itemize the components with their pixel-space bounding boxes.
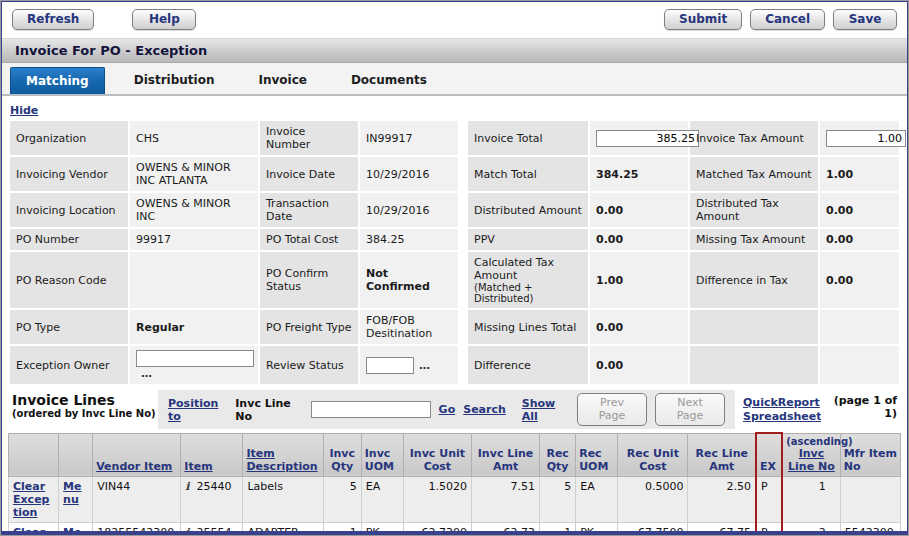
header-form-row: PO TypeRegularPO Freight TypeFOB/FOB Des…	[10, 310, 899, 344]
form-value-difference-in-tax: 0.00	[820, 252, 899, 308]
column-header-vendor-item[interactable]: Vendor Item	[93, 433, 181, 476]
invoice-lines-header: Invoice Lines (ordered by Invc Line No) …	[8, 390, 901, 429]
form-label-invoice-tax-amount: Invoice Tax Amount	[690, 121, 818, 155]
form-column-gap	[460, 193, 466, 227]
form-label-invoice-date: Invoice Date	[260, 157, 358, 191]
prev-page-button[interactable]: Prev Page	[577, 393, 647, 426]
cell-invc-qty: 5	[323, 476, 361, 522]
form-column-gap	[460, 252, 466, 308]
spreadsheet-link[interactable]: Spreadsheet	[743, 410, 821, 423]
cell-clear: Clear Exception	[9, 522, 59, 531]
form-label-difference: Difference	[468, 346, 588, 384]
cell-item: i25440	[181, 476, 243, 522]
column-header-invc-uom: Invc UOM	[361, 433, 403, 476]
form-label-invoice-total: Invoice Total	[468, 121, 588, 155]
form-value-po-confirm-status: Not Confirmed	[360, 252, 458, 308]
help-button[interactable]: Help	[132, 9, 196, 30]
cell-item: i255548	[181, 522, 243, 531]
form-label-po-number: PO Number	[10, 229, 128, 250]
column-header-item-description[interactable]: Item Description	[243, 433, 323, 476]
form-value-missing-tax-amount: 0.00	[820, 229, 899, 250]
form-column-gap	[460, 229, 466, 250]
item-info-icon[interactable]: i	[185, 526, 189, 532]
header-form-row: Invoicing LocationOWENS & MINOR INCTrans…	[10, 193, 899, 227]
header-form-body: OrganizationCHSInvoice NumberIN99917Invo…	[10, 121, 899, 384]
cancel-button[interactable]: Cancel	[750, 9, 825, 30]
form-label-po-reason-code: PO Reason Code	[10, 252, 128, 308]
review-status-input[interactable]	[366, 357, 414, 374]
cell-invc-uom: EA	[361, 476, 403, 522]
exception-owner-lookup-icon[interactable]: …	[141, 367, 153, 380]
form-label-invoicing-location: Invoicing Location	[10, 193, 128, 227]
form-label-ppv: PPV	[468, 229, 588, 250]
cell-rec-line-amt: 67.75	[688, 522, 756, 531]
form-value-distributed-amount: 0.00	[590, 193, 688, 227]
invoice-tax-amount-input[interactable]	[826, 130, 906, 147]
review-status-lookup-icon[interactable]: …	[419, 359, 431, 372]
tab-matching[interactable]: Matching	[10, 67, 105, 94]
search-link[interactable]: Search	[463, 403, 506, 416]
clear-exception-link[interactable]: Clear Exception	[13, 480, 49, 519]
form-value-difference: 0.00	[590, 346, 688, 384]
exception-owner-input[interactable]	[136, 350, 254, 367]
item-info-icon[interactable]: i	[185, 480, 189, 493]
column-header-invc-line-amt: Invc Line Amt	[471, 433, 539, 476]
form-value-matched-tax-amount: 1.00	[820, 157, 899, 191]
form-label-sub: (Matched + Distributed)	[474, 282, 582, 304]
form-label-review-status: Review Status	[260, 346, 358, 384]
cell-mfr-item-no	[840, 476, 900, 522]
tab-documents[interactable]: Documents	[336, 67, 442, 94]
position-to-link[interactable]: Position to	[168, 397, 227, 423]
cell-invc-line-no: 2	[782, 522, 840, 531]
cell-ex: P	[756, 522, 782, 531]
refresh-button[interactable]: Refresh	[12, 9, 94, 30]
form-value-po-total-cost: 384.25	[360, 229, 458, 250]
position-field-label: Invc Line No	[235, 397, 302, 423]
page-indicator: (page 1 of 1)	[821, 390, 901, 429]
tab-bar: MatchingDistributionInvoiceDocuments	[2, 63, 907, 96]
form-label-invoice-number: Invoice Number	[260, 121, 358, 155]
column-header-menu	[59, 433, 93, 476]
lines-controls-bar: Position to Invc Line No Go Search Show …	[158, 390, 735, 429]
form-column-gap	[460, 346, 466, 384]
column-header-rec-unit-cost: Rec Unit Cost	[618, 433, 688, 476]
submit-button[interactable]: Submit	[664, 9, 742, 30]
hide-link[interactable]: Hide	[10, 104, 38, 117]
form-column-gap	[460, 310, 466, 344]
form-value-transaction-date: 10/29/2016	[360, 193, 458, 227]
header-form-row: PO Number99917PO Total Cost384.25PPV0.00…	[10, 229, 899, 250]
header-form-row: PO Reason CodePO Confirm StatusNot Confi…	[10, 252, 899, 308]
form-value-invoice-tax-amount	[820, 121, 899, 155]
form-label-empty	[690, 310, 818, 344]
form-label-match-total: Match Total	[468, 157, 588, 191]
save-button[interactable]: Save	[833, 9, 897, 30]
column-header-item[interactable]: Item	[181, 433, 243, 476]
quick-report-link[interactable]: QuickReport	[743, 396, 821, 409]
form-label-po-type: PO Type	[10, 310, 128, 344]
next-page-button[interactable]: Next Page	[655, 393, 725, 426]
form-value-invoice-date: 10/29/2016	[360, 157, 458, 191]
form-value-po-number: 99917	[130, 229, 258, 250]
form-value-distributed-tax-amount: 0.00	[820, 193, 899, 227]
column-header-invc-line-no[interactable]: (ascending)Invc Line No	[782, 433, 840, 476]
go-link[interactable]: Go	[439, 403, 456, 416]
column-header-invc-qty: Invc Qty	[323, 433, 361, 476]
invoice-lines-table: Vendor ItemItemItem DescriptionInvc QtyI…	[8, 432, 901, 531]
cell-rec-unit-cost: 67.7500	[618, 522, 688, 531]
tab-distribution[interactable]: Distribution	[119, 67, 230, 94]
row-menu-link[interactable]: Menu	[63, 480, 81, 506]
form-value-po-freight-type: FOB/FOB Desitination	[360, 310, 458, 344]
form-value-empty	[820, 346, 899, 384]
position-to-input[interactable]	[311, 401, 431, 418]
show-all-link[interactable]: Show All	[522, 397, 569, 423]
cell-invc-line-amt: 7.51	[471, 476, 539, 522]
tab-invoice[interactable]: Invoice	[243, 67, 321, 94]
invoice-total-input[interactable]	[596, 130, 699, 147]
form-label-distributed-tax-amount: Distributed Tax Amount	[690, 193, 818, 227]
cell-item-description: Labels	[243, 476, 323, 522]
clear-exception-link[interactable]: Clear Exception	[13, 526, 49, 532]
form-value-empty	[820, 310, 899, 344]
row-menu-link[interactable]: Menu	[63, 526, 81, 532]
cell-mfr-item-no: 5542300	[840, 522, 900, 531]
cell-vendor-item: VIN44	[93, 476, 181, 522]
